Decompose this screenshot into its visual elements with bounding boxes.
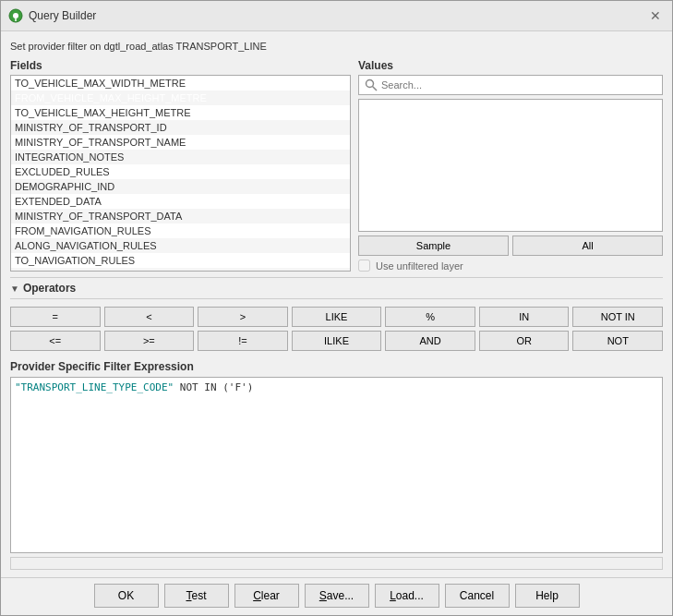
fields-list-item[interactable]: TO_VEHICLE_MAX_WIDTH_METRE xyxy=(11,76,350,91)
top-section: Fields TO_VEHICLE_MAX_WIDTH_METREFROM_VE… xyxy=(10,59,663,272)
operator-button->[interactable]: > xyxy=(198,307,288,327)
all-button[interactable]: All xyxy=(512,236,663,256)
operator-button-%[interactable]: % xyxy=(385,307,475,327)
query-builder-window: Query Builder ✕ Set provider filter on d… xyxy=(0,0,673,616)
unfiltered-checkbox[interactable] xyxy=(358,260,370,272)
filter-section: Provider Specific Filter Expression "TRA… xyxy=(10,360,663,570)
search-box xyxy=(358,75,663,95)
fields-list[interactable]: TO_VEHICLE_MAX_WIDTH_METREFROM_VEHICLE_M… xyxy=(10,75,351,272)
close-button[interactable]: ✕ xyxy=(646,6,665,25)
operator-button-<=[interactable]: <= xyxy=(10,331,101,351)
values-panel: Values Sample All xyxy=(358,59,663,272)
fields-list-item[interactable]: TO_VEHICLE_MAX_HEIGHT_METRE xyxy=(11,105,350,120)
save-button[interactable]: Save... xyxy=(305,584,369,608)
clear-button[interactable]: Clear xyxy=(234,584,299,608)
fields-label: Fields xyxy=(10,59,351,72)
svg-line-3 xyxy=(373,87,378,91)
title-bar-left: Query Builder xyxy=(8,8,96,23)
operator-button-like[interactable]: LIKE xyxy=(292,307,382,327)
test-button[interactable]: Test xyxy=(164,584,229,608)
load-button[interactable]: Load... xyxy=(375,584,439,608)
search-icon xyxy=(365,79,378,91)
fields-list-item[interactable]: DEMOGRAPHIC_IND xyxy=(11,179,350,194)
collapse-arrow-icon: ▼ xyxy=(10,284,19,294)
operators-label: Operators xyxy=(23,282,76,295)
search-input[interactable] xyxy=(381,79,656,91)
unfiltered-label: Use unfiltered layer xyxy=(376,260,463,272)
operator-button-!=[interactable]: != xyxy=(198,331,288,351)
help-button[interactable]: Help xyxy=(515,584,580,608)
operator-button-or[interactable]: OR xyxy=(479,331,570,351)
fields-list-item[interactable]: TO_NAVIGATION_RULES xyxy=(11,253,350,268)
horizontal-scrollbar[interactable] xyxy=(10,557,663,570)
window-title: Query Builder xyxy=(29,9,96,22)
operator-button-not[interactable]: NOT xyxy=(572,331,663,351)
operator-button-<[interactable]: < xyxy=(104,307,195,327)
fields-list-item[interactable]: MINISTRY_OF_TRANSPORT_NAME xyxy=(11,135,350,150)
operator-button-in[interactable]: IN xyxy=(479,307,570,327)
operators-row: =<>LIKE%INNOT IN xyxy=(10,307,663,327)
operators-grid: =<>LIKE%INNOT IN<=>=!=ILIKEANDORNOT xyxy=(10,303,663,355)
app-icon xyxy=(8,8,23,23)
svg-point-2 xyxy=(367,80,374,88)
fields-list-item[interactable]: MINISTRY_OF_TRANSPORT_DATA xyxy=(11,209,350,223)
values-inner: Sample All Use unfiltered layer xyxy=(358,75,663,272)
filter-label: Provider Specific Filter Expression xyxy=(10,360,663,373)
fields-list-item[interactable]: INTEGRATION_NOTES xyxy=(11,150,350,164)
operators-section: ▼ Operators =<>LIKE%INNOT IN<=>=!=ILIKEA… xyxy=(10,277,663,355)
fields-panel: Fields TO_VEHICLE_MAX_WIDTH_METREFROM_VE… xyxy=(10,59,351,272)
operator-button-and[interactable]: AND xyxy=(385,331,475,351)
subtitle: Set provider filter on dgtl_road_atlas T… xyxy=(10,39,663,54)
values-buttons: Sample All xyxy=(358,236,663,256)
fields-list-item[interactable]: ALONG_NAVIGATION_RULES xyxy=(11,238,350,253)
ok-button[interactable]: OK xyxy=(94,584,159,608)
fields-list-item[interactable]: FROM_VEHICLE_MAX_HEIGHT_METRE xyxy=(11,91,350,105)
values-label: Values xyxy=(358,59,663,72)
fields-list-item[interactable]: EXCLUDED_RULES xyxy=(11,164,350,179)
cancel-button[interactable]: Cancel xyxy=(445,584,510,608)
filter-expression-normal: NOT IN ('F') xyxy=(174,381,253,393)
operator-button-ilike[interactable]: ILIKE xyxy=(292,331,382,351)
filter-editor[interactable]: "TRANSPORT_LINE_TYPE_CODE" NOT IN ('F') xyxy=(10,377,663,553)
operator-button->=[interactable]: >= xyxy=(104,331,195,351)
sample-button[interactable]: Sample xyxy=(358,236,509,256)
fields-list-item[interactable]: EXTENDED_DATA xyxy=(11,194,350,209)
operators-row: <=>=!=ILIKEANDORNOT xyxy=(10,331,663,351)
operator-button-=[interactable]: = xyxy=(10,307,101,327)
bottom-bar: OKTestClearSave...Load...CancelHelp xyxy=(1,577,672,615)
title-bar: Query Builder ✕ xyxy=(1,1,672,31)
filter-expression-teal: "TRANSPORT_LINE_TYPE_CODE" xyxy=(15,381,174,393)
window-body: Set provider filter on dgtl_road_atlas T… xyxy=(1,31,672,577)
fields-list-item[interactable]: MINISTRY_OF_TRANSPORT_ID xyxy=(11,120,350,135)
unfiltered-row: Use unfiltered layer xyxy=(358,260,663,272)
svg-point-1 xyxy=(13,13,18,18)
operators-header[interactable]: ▼ Operators xyxy=(10,277,663,299)
values-list[interactable] xyxy=(358,99,663,232)
operator-button-not-in[interactable]: NOT IN xyxy=(572,307,663,327)
fields-list-item[interactable]: FROM_TRANSPORT_NODE_POINT_ID xyxy=(11,268,350,272)
fields-list-item[interactable]: FROM_NAVIGATION_RULES xyxy=(11,223,350,238)
